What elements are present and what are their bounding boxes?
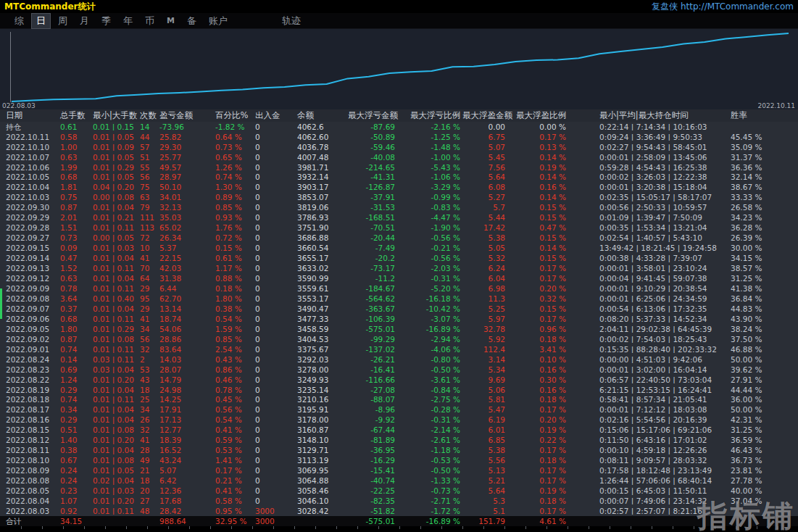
table-row[interactable]: 2022.09.300.870.01 | 0.047932.130.85 %03…	[0, 203, 798, 213]
cell-col6: 1.41 %	[215, 457, 255, 465]
column-header-7[interactable]: 出入金	[255, 112, 297, 120]
equity-curve-line	[12, 33, 789, 101]
chart-x-start-label: 022.08.03	[2, 102, 36, 109]
column-header-14[interactable]: 胜率	[731, 112, 798, 120]
table-row[interactable]: 2022.08.150.510.01 | 0.083212.770.41 %03…	[0, 425, 798, 436]
table-row[interactable]: 2022.08.190.290.01 | 0.041824.980.78 %03…	[0, 385, 798, 395]
table-row[interactable]: 2022.08.090.240.01 | 0.05215.070.17 %030…	[0, 465, 798, 475]
table-row[interactable]: 2022.09.070.370.01 | 0.042913.140.38 %03…	[0, 304, 798, 314]
cell-col6: 0.38 %	[215, 305, 255, 313]
cell-col11: 5.47	[462, 406, 507, 414]
cell-col11: 112.4	[462, 346, 507, 354]
cell-col4: 18	[140, 477, 159, 485]
menu-item-5[interactable]: 季	[97, 14, 115, 28]
cell-col14: 33.33 %	[731, 194, 798, 201]
table-row[interactable]: 2022.09.010.740.01 | 0.113283.642.54 %03…	[0, 344, 798, 354]
cell-col2: 0.87	[60, 204, 93, 212]
table-row[interactable]: 2022.09.083.640.01 | 0.409562.701.80 %03…	[0, 294, 798, 304]
table-row[interactable]: 2022.09.131.520.01 | 0.117042.031.17 %03…	[0, 263, 798, 273]
titlebar-right-link[interactable]: 复盘侠 http://MTCommander.com	[652, 1, 794, 13]
cell-col10: -16.89 %	[397, 325, 462, 333]
cell-col2: 0.51	[60, 426, 93, 434]
column-header-13[interactable]: 最小|平均|最大持仓时间	[568, 112, 731, 120]
cell-col1: 2022.09.27	[6, 234, 60, 242]
table-row[interactable]: 2022.10.101.000.01 | 0.095729.300.73 %04…	[0, 142, 798, 152]
cell-col11: 6.75	[462, 133, 507, 141]
menu-item-11[interactable]: 轨迹	[278, 14, 305, 28]
table-row[interactable]: 2022.10.050.680.01 | 0.055628.970.74 %03…	[0, 173, 798, 183]
table-row[interactable]: 2022.08.110.380.01 | 0.042816.520.53 %03…	[0, 446, 798, 456]
table-row[interactable]: 2022.09.060.680.01 | 0.114118.740.54 %03…	[0, 314, 798, 324]
menu-item-2[interactable]: 日	[32, 14, 50, 28]
app-window: MTCommander统计 复盘侠 http://MTCommander.com…	[0, 0, 798, 532]
cell-col3: 0.01 | 0.05	[93, 173, 140, 181]
menu-item-8[interactable]: M	[162, 15, 179, 26]
table-row[interactable]: 2022.08.080.240.02 | 0.04186.420.21 %030…	[0, 475, 798, 486]
table-row[interactable]: 2022.08.030.920.01 | 0.114828.420.95 %30…	[0, 506, 798, 516]
table-row[interactable]: 2022.10.030.750.00 | 0.086334.010.89 %03…	[0, 193, 798, 203]
column-header-8[interactable]: 余额	[297, 112, 348, 120]
column-header-10[interactable]: 最大浮亏比例	[397, 112, 462, 120]
table-row[interactable]: 2022.09.281.510.01 | 0.1111365.021.76 %0…	[0, 223, 798, 233]
table-row[interactable]: 2022.09.051.800.01 | 0.293454.061.59 %03…	[0, 324, 798, 334]
cell-col5: 6.42	[159, 477, 215, 485]
cell-col5: -73.96	[159, 123, 215, 131]
table-row[interactable]: 2022.08.180.740.01 | 0.112514.250.45 %03…	[0, 395, 798, 405]
menu-item-9[interactable]: 备	[183, 14, 201, 28]
cell-col1: 2022.10.03	[6, 194, 60, 201]
bottom-scroll-strip[interactable]	[0, 526, 798, 532]
equity-chart[interactable]: 022.08.03 2022.10.11	[0, 29, 798, 109]
cell-col8: 3458.59	[297, 325, 348, 333]
menu-item-7[interactable]: 币	[141, 14, 159, 28]
column-header-6[interactable]: 百分比%	[215, 112, 255, 120]
table-row[interactable]: 2022.09.150.090.01 | 0.03105.370.15 %036…	[0, 243, 798, 253]
cell-col12: 0.20 %	[507, 416, 568, 424]
table-row[interactable]: 2022.09.020.870.01 | 0.085628.860.85 %03…	[0, 334, 798, 344]
table-row[interactable]: 2022.08.050.230.01 | 0.032012.360.41 %03…	[0, 486, 798, 496]
column-header-11[interactable]: 最大浮盈金额	[462, 112, 507, 120]
cell-col6: 0.95 %	[215, 507, 255, 515]
column-header-12[interactable]: 最大浮盈比例	[507, 112, 568, 120]
column-header-4[interactable]: 次数	[140, 112, 159, 120]
cell-col1: 2022.10.05	[6, 173, 60, 181]
cell-col9: -16.41	[348, 366, 397, 374]
table-row[interactable]: 2022.08.240.140.03 | 0.11214.030.43 %032…	[0, 354, 798, 365]
table-row[interactable]: 2022.08.170.340.01 | 0.043417.910.56 %03…	[0, 405, 798, 415]
menu-item-10[interactable]: 账户	[204, 14, 232, 28]
cell-col6: -1.82 %	[215, 123, 255, 131]
cell-col1: 2022.10.07	[6, 154, 60, 162]
table-row[interactable]: 2022.08.160.290.01 | 0.042617.130.54 %03…	[0, 415, 798, 425]
table-row[interactable]: 持仓0.610.01 | 0.1514-73.96-1.82 %04062.6-…	[0, 122, 798, 132]
menu-item-4[interactable]: 月	[75, 14, 93, 28]
cell-col12: 0.19 %	[507, 487, 568, 495]
table-row[interactable]: 2022.10.061.990.01 | 0.295549.571.26 %03…	[0, 162, 798, 173]
table-row[interactable]: 2022.09.120.630.01 | 0.046431.380.88 %03…	[0, 273, 798, 283]
table-row[interactable]: 2022.09.090.780.01 | 0.11296.440.18 %035…	[0, 283, 798, 294]
cell-col2: 1.99	[60, 164, 93, 172]
cell-col7: 0	[255, 386, 297, 394]
table-row[interactable]: 2022.09.292.010.01 | 0.2111135.030.93 %0…	[0, 213, 798, 223]
menu-item-1[interactable]: 综	[10, 14, 28, 28]
cell-col11: 6.08	[462, 183, 507, 191]
table-row[interactable]: 2022.09.270.730.00 | 0.057226.340.72 %03…	[0, 233, 798, 243]
table-row[interactable]: 2022.10.070.630.01 | 0.055125.770.65 %04…	[0, 152, 798, 162]
menu-item-6[interactable]: 年	[119, 14, 137, 28]
table-row[interactable]: 2022.09.140.470.01 | 0.044122.150.61 %03…	[0, 253, 798, 263]
table-row[interactable]: 2022.08.121.400.01 | 0.204118.390.59 %03…	[0, 436, 798, 446]
menu-item-3[interactable]: 周	[54, 14, 72, 28]
table-row[interactable]: 2022.08.100.670.01 | 0.084943.241.41 %03…	[0, 455, 798, 465]
column-header-1[interactable]: 日期	[6, 112, 60, 120]
table-row[interactable]: 2022.08.230.690.03 | 0.045328.070.86 %03…	[0, 365, 798, 375]
column-header-2[interactable]: 总手数	[60, 112, 93, 120]
cell-col3: 0.01 | 0.08	[93, 336, 140, 344]
column-header-9[interactable]: 最大浮亏金额	[348, 112, 397, 120]
table-row[interactable]: 2022.08.221.240.01 | 0.204314.790.46 %03…	[0, 375, 798, 385]
column-header-5[interactable]: 盈亏金额	[159, 112, 215, 120]
table-row[interactable]: 2022.10.041.810.04 | 0.207550.101.30 %03…	[0, 183, 798, 193]
cell-col12: 0.16 %	[507, 386, 568, 394]
table-row[interactable]: 2022.08.041.070.01 | 0.202717.680.58 %03…	[0, 496, 798, 506]
cell-col13: 0:00:07 | 7:49:06 | 23:14:32	[568, 497, 731, 505]
column-header-3[interactable]: 最小|大手数	[93, 112, 140, 120]
cell-col7: 0	[255, 477, 297, 485]
table-row[interactable]: 2022.10.110.580.01 | 0.054425.820.64 %04…	[0, 132, 798, 142]
